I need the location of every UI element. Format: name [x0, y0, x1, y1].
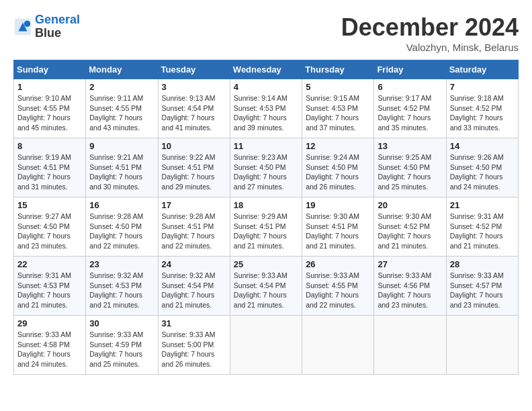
table-row: 29Sunrise: 9:33 AMSunset: 4:58 PMDayligh…: [14, 316, 86, 375]
logo-icon: [13, 17, 32, 36]
col-wednesday: Wednesday: [230, 60, 302, 79]
col-friday: Friday: [374, 60, 446, 79]
col-monday: Monday: [86, 60, 158, 79]
table-row: 28Sunrise: 9:33 AMSunset: 4:57 PMDayligh…: [446, 257, 518, 316]
page-header: General Blue December 2024 Valozhyn, Min…: [13, 13, 519, 53]
calendar-week-5: 29Sunrise: 9:33 AMSunset: 4:58 PMDayligh…: [14, 316, 519, 375]
svg-point-2: [24, 20, 30, 26]
table-row: [446, 316, 518, 375]
table-row: 26Sunrise: 9:33 AMSunset: 4:55 PMDayligh…: [302, 257, 374, 316]
table-row: 15Sunrise: 9:27 AMSunset: 4:50 PMDayligh…: [14, 197, 86, 257]
table-row: 31Sunrise: 9:33 AMSunset: 5:00 PMDayligh…: [158, 316, 230, 375]
logo-text: General Blue: [35, 13, 80, 40]
table-row: 12Sunrise: 9:24 AMSunset: 4:50 PMDayligh…: [302, 138, 374, 197]
table-row: 4Sunrise: 9:14 AMSunset: 4:53 PMDaylight…: [230, 79, 302, 138]
table-row: 13Sunrise: 9:25 AMSunset: 4:50 PMDayligh…: [374, 138, 446, 197]
table-row: 16Sunrise: 9:28 AMSunset: 4:50 PMDayligh…: [86, 197, 158, 257]
table-row: 17Sunrise: 9:28 AMSunset: 4:51 PMDayligh…: [158, 197, 230, 257]
table-row: 3Sunrise: 9:13 AMSunset: 4:54 PMDaylight…: [158, 79, 230, 138]
table-row: 9Sunrise: 9:21 AMSunset: 4:51 PMDaylight…: [86, 138, 158, 197]
table-row: 8Sunrise: 9:19 AMSunset: 4:51 PMDaylight…: [14, 138, 86, 197]
calendar-table: Sunday Monday Tuesday Wednesday Thursday…: [13, 60, 519, 375]
calendar-week-1: 1Sunrise: 9:10 AMSunset: 4:55 PMDaylight…: [14, 79, 519, 138]
calendar-week-2: 8Sunrise: 9:19 AMSunset: 4:51 PMDaylight…: [14, 138, 519, 197]
col-saturday: Saturday: [446, 60, 518, 79]
table-row: 21Sunrise: 9:31 AMSunset: 4:52 PMDayligh…: [446, 197, 518, 257]
table-row: [302, 316, 374, 375]
table-row: [230, 316, 302, 375]
month-title: December 2024: [341, 13, 519, 42]
table-row: 19Sunrise: 9:30 AMSunset: 4:51 PMDayligh…: [302, 197, 374, 257]
table-row: 20Sunrise: 9:30 AMSunset: 4:52 PMDayligh…: [374, 197, 446, 257]
calendar-week-3: 15Sunrise: 9:27 AMSunset: 4:50 PMDayligh…: [14, 197, 519, 257]
col-thursday: Thursday: [302, 60, 374, 79]
table-row: 10Sunrise: 9:22 AMSunset: 4:51 PMDayligh…: [158, 138, 230, 197]
table-row: 27Sunrise: 9:33 AMSunset: 4:56 PMDayligh…: [374, 257, 446, 316]
table-row: 2Sunrise: 9:11 AMSunset: 4:55 PMDaylight…: [86, 79, 158, 138]
logo: General Blue: [13, 13, 80, 40]
table-row: 24Sunrise: 9:32 AMSunset: 4:54 PMDayligh…: [158, 257, 230, 316]
col-tuesday: Tuesday: [158, 60, 230, 79]
table-row: 18Sunrise: 9:29 AMSunset: 4:51 PMDayligh…: [230, 197, 302, 257]
table-row: 25Sunrise: 9:33 AMSunset: 4:54 PMDayligh…: [230, 257, 302, 316]
table-row: 22Sunrise: 9:31 AMSunset: 4:53 PMDayligh…: [14, 257, 86, 316]
table-row: 5Sunrise: 9:15 AMSunset: 4:53 PMDaylight…: [302, 79, 374, 138]
table-row: 14Sunrise: 9:26 AMSunset: 4:50 PMDayligh…: [446, 138, 518, 197]
title-block: December 2024 Valozhyn, Minsk, Belarus: [341, 13, 519, 53]
table-row: 11Sunrise: 9:23 AMSunset: 4:50 PMDayligh…: [230, 138, 302, 197]
location-subtitle: Valozhyn, Minsk, Belarus: [341, 42, 519, 53]
table-row: 7Sunrise: 9:18 AMSunset: 4:52 PMDaylight…: [446, 79, 518, 138]
table-row: [374, 316, 446, 375]
table-row: 23Sunrise: 9:32 AMSunset: 4:53 PMDayligh…: [86, 257, 158, 316]
col-sunday: Sunday: [14, 60, 86, 79]
table-row: 1Sunrise: 9:10 AMSunset: 4:55 PMDaylight…: [14, 79, 86, 138]
calendar-header-row: Sunday Monday Tuesday Wednesday Thursday…: [14, 60, 519, 79]
table-row: 6Sunrise: 9:17 AMSunset: 4:52 PMDaylight…: [374, 79, 446, 138]
calendar-week-4: 22Sunrise: 9:31 AMSunset: 4:53 PMDayligh…: [14, 257, 519, 316]
table-row: 30Sunrise: 9:33 AMSunset: 4:59 PMDayligh…: [86, 316, 158, 375]
